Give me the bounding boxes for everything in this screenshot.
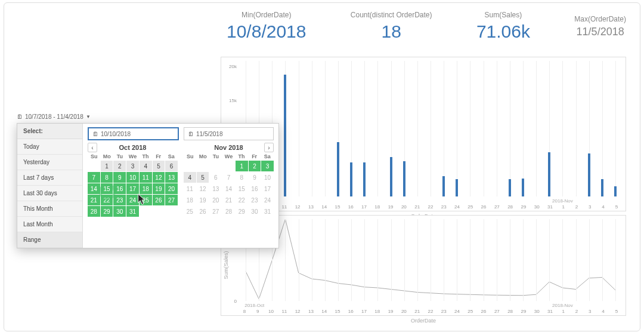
month-title-right: Nov 2018 [214, 144, 243, 151]
day-cell[interactable]: 31 [126, 206, 139, 217]
dow-we: We [126, 153, 140, 159]
day-cell[interactable]: 14 [88, 183, 100, 194]
bar [588, 153, 590, 196]
day-cell[interactable]: 3 [126, 161, 139, 171]
xtick: 22 [425, 204, 436, 210]
next-month-button[interactable]: › [264, 143, 274, 152]
bar [284, 75, 286, 196]
preset-last-30-days[interactable]: Last 30 days [17, 186, 82, 201]
xtick: 29 [518, 309, 529, 314]
day-cell[interactable]: 18 [184, 195, 196, 205]
day-cell[interactable]: 2 [249, 161, 261, 171]
day-cell[interactable]: 9 [113, 172, 126, 183]
kpi-label: Min(OrderDate) [227, 11, 306, 19]
day-cell[interactable]: 7 [222, 172, 235, 183]
prev-month-button[interactable]: ‹ [88, 143, 97, 152]
xtick: 3 [584, 309, 595, 314]
bar [350, 162, 352, 196]
kpi-max-orderdate: Max(OrderDate) 11/5/2018 [574, 15, 626, 38]
xtick: 15 [332, 309, 343, 314]
day-cell[interactable]: 19 [153, 183, 165, 194]
day-cell[interactable]: 11 [140, 172, 152, 183]
xtick: 27 [491, 204, 502, 210]
xtick: 17 [359, 309, 370, 314]
day-cell[interactable]: 22 [236, 195, 248, 205]
day-cell[interactable]: 23 [113, 195, 126, 205]
day-cell[interactable]: 15 [236, 183, 248, 194]
day-cell[interactable]: 25 [184, 206, 196, 217]
xtick: 21 [412, 204, 423, 210]
day-cell[interactable]: 1 [236, 161, 248, 171]
day-cell[interactable]: 21 [222, 195, 235, 205]
day-cell[interactable]: 12 [153, 172, 165, 183]
day-cell[interactable]: 8 [236, 172, 248, 183]
day-cell[interactable]: 14 [222, 183, 235, 194]
day-cell[interactable]: 6 [165, 161, 178, 171]
day-cell[interactable]: 20 [165, 183, 178, 194]
xtick: 21 [412, 309, 423, 314]
month-right: Nov 2018 › SuMoTuWeThFrSa 12345678910111… [184, 144, 274, 217]
day-cell[interactable]: 3 [261, 161, 274, 171]
day-cell[interactable]: 5 [197, 172, 209, 183]
dow-su: Su [88, 153, 101, 159]
xtick: 30 [531, 204, 542, 210]
day-cell[interactable]: 24 [261, 195, 274, 205]
xtick: 25 [465, 204, 476, 210]
day-cell[interactable]: 30 [249, 206, 261, 217]
day-cell[interactable]: 7 [88, 172, 100, 183]
preset-today[interactable]: Today [17, 139, 82, 155]
start-date-value: 10/10/2018 [101, 131, 131, 137]
day-cell[interactable]: 26 [153, 195, 165, 205]
day-cell[interactable]: 10 [126, 172, 139, 183]
day-cell[interactable]: 26 [197, 206, 209, 217]
preset-range[interactable]: Range [17, 232, 82, 248]
day-cell[interactable]: 9 [249, 172, 261, 183]
preset-yesterday[interactable]: Yesterday [17, 155, 82, 170]
day-cell[interactable]: 27 [209, 206, 222, 217]
preset-this-month[interactable]: This Month [17, 201, 82, 217]
xtick: 10 [266, 309, 277, 314]
day-cell[interactable]: 27 [165, 195, 178, 205]
day-cell[interactable]: 20 [209, 195, 222, 205]
xtick: 16 [345, 204, 356, 210]
bar [456, 179, 458, 196]
xtick: 29 [518, 204, 529, 210]
cursor-icon [135, 193, 148, 206]
day-cell[interactable]: 19 [197, 195, 209, 205]
day-cell[interactable]: 2 [113, 161, 126, 171]
day-cell[interactable]: 28 [88, 206, 100, 217]
day-cell[interactable]: 8 [101, 172, 113, 183]
xtick: 28 [505, 204, 516, 210]
day-cell[interactable]: 28 [222, 206, 235, 217]
day-cell[interactable]: 12 [197, 183, 209, 194]
date-range-trigger[interactable]: 🗓 10/7/2018 - 11/4/2018 ▼ [17, 113, 91, 120]
day-cell[interactable]: 11 [184, 183, 196, 194]
day-cell[interactable]: 10 [261, 172, 274, 183]
bar [614, 186, 617, 196]
day-cell[interactable]: 23 [249, 195, 261, 205]
day-cell[interactable]: 29 [236, 206, 248, 217]
day-cell[interactable]: 21 [88, 195, 100, 205]
xtick: 12 [292, 204, 303, 210]
preset-last-month[interactable]: Last Month [17, 217, 82, 232]
day-cell[interactable]: 13 [209, 183, 222, 194]
bar-plot-area: 2018-Nov [239, 61, 622, 196]
preset-last-7-days[interactable]: Last 7 days [17, 170, 82, 186]
day-cell[interactable]: 1 [101, 161, 113, 171]
bar-chart: 20k15k10k5k 2018-Nov 8910111213141516171… [221, 57, 626, 211]
day-cell[interactable]: 4 [184, 172, 196, 183]
xtick: 1 [558, 204, 569, 210]
day-cell[interactable]: 16 [249, 183, 261, 194]
day-cell[interactable]: 4 [140, 161, 152, 171]
day-cell[interactable]: 6 [209, 172, 222, 183]
end-date-input[interactable]: 🗓 11/5/2018 [184, 127, 274, 140]
line-plot-area: 2018-Oct2018-Nov [239, 219, 622, 301]
start-date-input[interactable]: 🗓 10/10/2018 [88, 127, 179, 140]
xtick: 24 [452, 204, 463, 210]
day-cell[interactable]: 5 [153, 161, 165, 171]
day-cell[interactable]: 29 [101, 206, 113, 217]
day-cell[interactable]: 31 [261, 206, 274, 217]
day-cell[interactable]: 13 [165, 172, 178, 183]
day-cell[interactable]: 30 [113, 206, 126, 217]
day-cell[interactable]: 17 [261, 183, 274, 194]
